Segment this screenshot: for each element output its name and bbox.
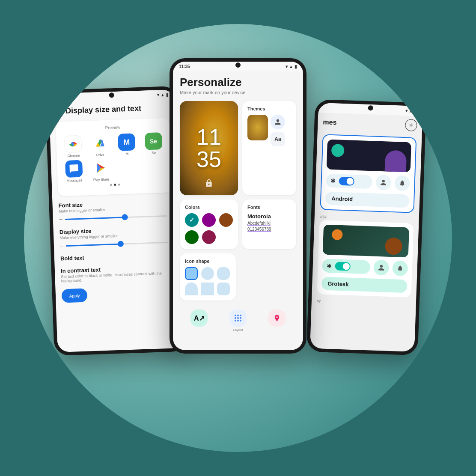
toolbar-icon-3 bbox=[268, 309, 286, 327]
apply-label: Apply bbox=[69, 293, 80, 298]
bt-toggle-row: ✱ bbox=[326, 174, 372, 189]
android-button[interactable]: Android bbox=[325, 192, 410, 208]
clock-hour: 11 bbox=[196, 125, 221, 149]
messages-icon bbox=[65, 160, 83, 178]
page-dots bbox=[63, 182, 167, 187]
left-time: 11:35 bbox=[55, 96, 66, 101]
theme-option-2[interactable]: ✱ Grotesk bbox=[317, 220, 414, 298]
clock-time: 11 35 bbox=[196, 126, 221, 170]
fonts-card[interactable]: Fonts Motorola Abcdefghijkl 0123456789 bbox=[242, 199, 296, 249]
shape-teardrop[interactable] bbox=[185, 283, 198, 295]
wallpaper-card[interactable]: 11 35 bbox=[180, 101, 238, 195]
themes-card[interactable]: Themes Aa bbox=[242, 101, 296, 195]
shape-square[interactable] bbox=[185, 267, 198, 280]
font-name: Motorola bbox=[247, 213, 291, 220]
chrome-icon bbox=[64, 135, 82, 153]
color-brown[interactable] bbox=[219, 213, 233, 227]
app-m[interactable]: M M bbox=[115, 133, 139, 156]
center-signal-icon: ▲ bbox=[289, 64, 293, 69]
icon-shape-card[interactable]: Icon shape bbox=[180, 253, 236, 300]
phone-left: 11:35 ▾ ▲ ▮ ← Display size and text Prev… bbox=[45, 86, 187, 356]
font-size-thumb[interactable] bbox=[122, 214, 128, 220]
toggle-bt[interactable] bbox=[339, 177, 354, 186]
wallpaper-icon: A↗ bbox=[194, 314, 205, 322]
color-maroon[interactable] bbox=[202, 230, 216, 244]
colors-card[interactable]: Colors ✓ bbox=[180, 199, 238, 249]
theme-aa-btn[interactable]: Aa bbox=[271, 132, 285, 146]
display-size-track[interactable] bbox=[66, 241, 168, 246]
theme-thumb bbox=[247, 115, 268, 146]
center-battery-icon: ▮ bbox=[295, 64, 297, 69]
phone-center: 11:35 ▾ ▲ ▮ Personalize Make your mark o… bbox=[170, 58, 306, 354]
shape-rect[interactable] bbox=[201, 283, 214, 295]
icon-shape-label: Icon shape bbox=[185, 259, 231, 264]
right-header: mes + bbox=[323, 116, 417, 131]
personalize-grid: 11 35 Th bbox=[180, 101, 296, 249]
dot-1 bbox=[110, 184, 112, 186]
theme-thumb-img bbox=[247, 115, 268, 140]
personalize-title: Personalize bbox=[180, 76, 296, 89]
toolbar-icon-1: A↗ bbox=[190, 309, 208, 327]
color-teal[interactable]: ✓ bbox=[185, 213, 199, 227]
font-size-minus[interactable]: − bbox=[59, 216, 63, 223]
font-size-track[interactable] bbox=[65, 215, 167, 220]
drive-label: Drive bbox=[96, 153, 104, 157]
m-label: M bbox=[125, 152, 128, 156]
right-content: mes + ✱ bbox=[311, 113, 422, 311]
color-purple[interactable] bbox=[202, 213, 216, 227]
battery-icon: ▮ bbox=[166, 92, 169, 97]
person-btn-2[interactable] bbox=[373, 260, 389, 276]
display-size-thumb[interactable] bbox=[118, 241, 124, 247]
playstore-icon bbox=[92, 159, 110, 176]
font-sample: Abcdefghijkl 0123456789 bbox=[247, 220, 291, 232]
theme-option-1[interactable]: ✱ Android bbox=[320, 134, 416, 213]
bt-icon: ✱ bbox=[330, 177, 336, 184]
display-size-slider[interactable]: − + bbox=[60, 238, 174, 249]
left-phone-screen: 11:35 ▾ ▲ ▮ ← Display size and text Prev… bbox=[49, 89, 184, 352]
svg-point-11 bbox=[235, 315, 236, 316]
svg-point-16 bbox=[240, 317, 241, 319]
back-arrow-icon[interactable]: ← bbox=[55, 107, 62, 116]
alarm-btn-1[interactable] bbox=[394, 175, 410, 191]
empty-card bbox=[240, 253, 296, 300]
colorful-theme-preview bbox=[323, 225, 409, 258]
app-drive[interactable]: Drive bbox=[88, 134, 112, 157]
svg-point-15 bbox=[237, 317, 239, 319]
font-size-slider[interactable]: − + bbox=[59, 212, 173, 223]
center-status-icons: ▾ ▲ ▮ bbox=[286, 64, 297, 69]
bottom-grid: Icon shape bbox=[180, 253, 296, 300]
toolbar-item-2[interactable]: Layout bbox=[229, 309, 247, 332]
person-btn-1[interactable] bbox=[375, 175, 391, 190]
clock-display: 11 35 bbox=[196, 126, 221, 170]
left-screen-title: Display size and text bbox=[65, 104, 142, 116]
clock-minute: 35 bbox=[196, 147, 221, 172]
option-row-1: ✱ bbox=[326, 173, 410, 191]
theme-person-btn[interactable] bbox=[271, 115, 285, 129]
fonts-label: Fonts bbox=[247, 205, 291, 210]
lock-icon-wrap bbox=[205, 179, 213, 189]
display-minus[interactable]: − bbox=[60, 242, 64, 249]
app-se[interactable]: Se Se bbox=[141, 132, 165, 155]
center-phone-notch bbox=[235, 62, 241, 68]
bt-toggle-row-green: ✱ bbox=[322, 259, 370, 274]
apply-button[interactable]: Apply bbox=[61, 288, 87, 303]
contrast-text-setting: In contrast text Set text color to black… bbox=[61, 264, 175, 283]
grotesk-button[interactable]: Grotesk bbox=[321, 277, 408, 293]
shape-rounded-sq[interactable] bbox=[217, 283, 230, 295]
color-green[interactable] bbox=[185, 230, 199, 244]
app-messages[interactable]: Messages bbox=[62, 160, 86, 183]
toggle-knob-2 bbox=[343, 263, 350, 270]
shape-squircle[interactable] bbox=[217, 267, 230, 280]
center-time: 11:35 bbox=[179, 64, 190, 69]
alarm-btn-2[interactable] bbox=[392, 260, 408, 276]
right-signal-icon: ▲ bbox=[408, 108, 413, 113]
app-chrome[interactable]: Chrome bbox=[61, 135, 85, 158]
plus-button[interactable]: + bbox=[405, 119, 417, 131]
app-playstore[interactable]: Play Store bbox=[89, 159, 113, 182]
shape-circle[interactable] bbox=[201, 267, 214, 280]
toolbar-item-1[interactable]: A↗ bbox=[190, 309, 208, 332]
center-wifi-icon: ▾ bbox=[286, 64, 288, 69]
font-sample-2: 0123456789 bbox=[247, 227, 271, 232]
toggle-bt-2[interactable] bbox=[335, 262, 351, 271]
toolbar-item-3[interactable] bbox=[268, 309, 286, 332]
